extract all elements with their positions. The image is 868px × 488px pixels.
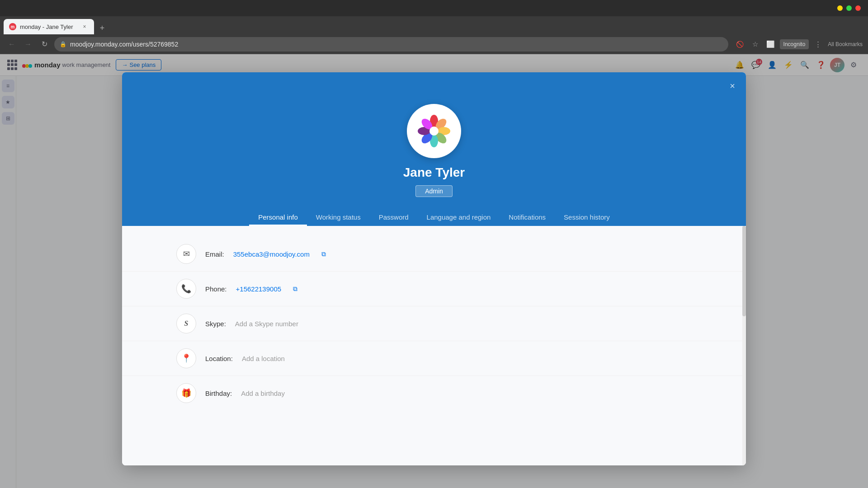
phone-label: Phone:	[205, 285, 227, 293]
browser-titlebar	[0, 0, 868, 16]
browser-actions: 🚫 ☆ ⬜ Incognito ⋮	[734, 38, 825, 51]
all-bookmarks-button[interactable]: All Bookmarks	[828, 41, 863, 47]
phone-row: 📞 Phone: +15622139005 ⧉	[122, 272, 746, 306]
tab-close-button[interactable]: ×	[80, 23, 89, 31]
modal-body: ✉ Email: 355ebca3@moodjoy.com ⧉ 📞 Phone:…	[122, 226, 746, 465]
ssl-lock-icon: 🔒	[60, 41, 66, 47]
app-area: monday work management → See plans 🔔 💬 1…	[0, 54, 868, 488]
split-view-icon[interactable]: ⬜	[764, 38, 777, 51]
user-name-modal: Jane Tyler	[403, 165, 465, 180]
scrollbar[interactable]	[742, 226, 746, 465]
maximize-button[interactable]	[846, 5, 852, 11]
user-profile-modal: ×	[122, 72, 746, 465]
svg-point-11	[429, 127, 439, 136]
birthday-icon: 🎁	[176, 383, 196, 403]
monday-avatar-svg	[414, 111, 454, 151]
tab-working-status[interactable]: Working status	[307, 210, 370, 226]
browser-toolbar: ← → ↻ 🔒 moodjoy.monday.com/users/5276985…	[0, 34, 868, 54]
email-value: 355ebca3@moodjoy.com	[233, 250, 310, 258]
email-copy-button[interactable]: ⧉	[321, 250, 326, 258]
birthday-row: 🎁 Birthday: Add a birthday	[122, 376, 746, 410]
no-image-icon[interactable]: 🚫	[734, 38, 746, 51]
admin-badge: Admin	[415, 185, 453, 197]
tab-personal-info[interactable]: Personal info	[249, 210, 307, 226]
location-row: 📍 Location: Add a location	[122, 341, 746, 376]
active-tab[interactable]: m monday - Jane Tyler ×	[4, 19, 94, 34]
address-bar[interactable]: 🔒 moodjoy.monday.com/users/52769852	[54, 37, 728, 52]
forward-button[interactable]: →	[22, 38, 34, 51]
skype-row: S Skype: Add a Skype number	[122, 306, 746, 341]
modal-header-area: ×	[122, 72, 746, 226]
phone-value: +15622139005	[236, 285, 282, 293]
birthday-value[interactable]: Add a birthday	[241, 389, 285, 397]
skype-icon: S	[176, 314, 196, 333]
tab-favicon: m	[9, 23, 16, 30]
phone-copy-button[interactable]: ⧉	[293, 285, 297, 293]
incognito-label[interactable]: Incognito	[780, 39, 809, 49]
modal-tabs: Personal info Working status Password La…	[249, 204, 619, 226]
skype-value[interactable]: Add a Skype number	[235, 320, 298, 328]
bookmark-star-icon[interactable]: ☆	[749, 38, 762, 51]
new-tab-button[interactable]: +	[96, 22, 108, 34]
profile-avatar[interactable]	[407, 104, 461, 158]
location-value[interactable]: Add a location	[242, 355, 285, 362]
minimize-button[interactable]	[837, 5, 843, 11]
email-label: Email:	[205, 250, 224, 258]
tab-language-region[interactable]: Language and region	[418, 210, 500, 226]
close-button[interactable]	[855, 5, 861, 11]
tab-notifications[interactable]: Notifications	[500, 210, 555, 226]
scrollbar-thumb[interactable]	[742, 226, 746, 316]
modal-overlay: ×	[0, 54, 868, 488]
tab-title: monday - Jane Tyler	[20, 23, 77, 30]
tab-session-history[interactable]: Session history	[555, 210, 619, 226]
location-label: Location:	[205, 355, 233, 362]
tab-password[interactable]: Password	[370, 210, 418, 226]
url-text: moodjoy.monday.com/users/52769852	[70, 41, 178, 48]
phone-icon: 📞	[176, 279, 196, 299]
location-icon: 📍	[176, 348, 196, 368]
email-row: ✉ Email: 355ebca3@moodjoy.com ⧉	[122, 237, 746, 272]
skype-label: Skype:	[205, 320, 226, 328]
browser-tabs: m monday - Jane Tyler × +	[0, 16, 868, 34]
modal-close-button[interactable]: ×	[726, 80, 739, 92]
browser-chrome: m monday - Jane Tyler × + ← → ↻ 🔒 moodjo…	[0, 0, 868, 54]
back-button[interactable]: ←	[5, 38, 18, 51]
birthday-label: Birthday:	[205, 389, 232, 397]
refresh-button[interactable]: ↻	[38, 38, 51, 51]
more-options-icon[interactable]: ⋮	[811, 38, 824, 51]
email-icon: ✉	[176, 244, 196, 264]
